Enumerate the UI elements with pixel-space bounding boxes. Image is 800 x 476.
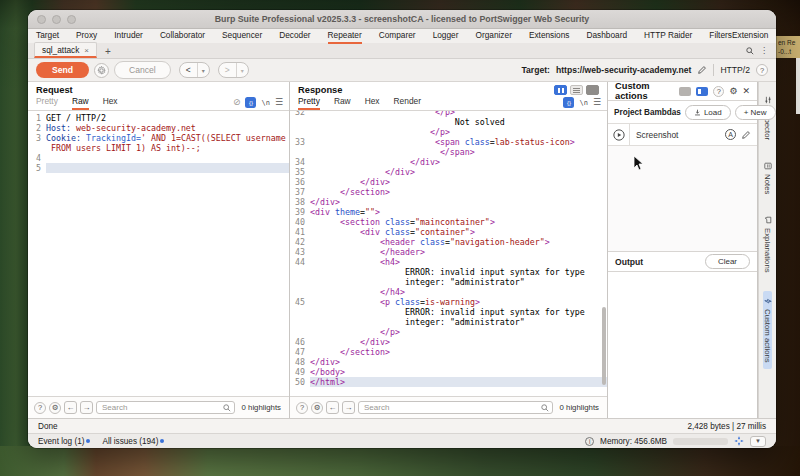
back-history-dropdown-icon[interactable]: ▾ [197, 63, 209, 77]
code-row[interactable]: 36 </div> [290, 177, 607, 187]
menu-item-proxy[interactable]: Proxy [76, 29, 97, 44]
all-issues-button[interactable]: All issues (194) [102, 437, 158, 446]
edit-target-pencil-icon[interactable] [697, 65, 707, 75]
code-row[interactable]: 46 </div> [290, 337, 607, 347]
code-row[interactable]: 4 [32, 153, 289, 163]
show-nonprinting-icon[interactable]: \n [579, 99, 587, 107]
layout-single-icon[interactable] [586, 85, 599, 95]
clear-output-button[interactable]: Clear [705, 254, 750, 269]
response-scrollbar[interactable] [602, 307, 606, 385]
request-tab-raw[interactable]: Raw [72, 96, 89, 110]
code-row[interactable]: 33 <span class=lab-status-icon> [290, 137, 607, 147]
menu-item-http-raider[interactable]: HTTP Raider [644, 29, 692, 44]
send-button[interactable]: Send [36, 62, 89, 78]
code-row[interactable]: 35 </div> [290, 167, 607, 177]
code-row[interactable]: 37 </section> [290, 187, 607, 197]
response-tab-pretty[interactable]: Pretty [298, 96, 320, 110]
code-row[interactable]: 44 <h4> [290, 257, 607, 267]
sidebar-tab-explanations[interactable]: Explanations [763, 212, 772, 277]
response-search-input[interactable] [358, 401, 553, 414]
editor-menu-icon[interactable]: ☰ [593, 98, 601, 107]
auto-run-icon[interactable]: A [725, 129, 736, 140]
code-row[interactable]: 5 [32, 163, 289, 173]
menu-item-organizer[interactable]: Organizer [475, 29, 511, 44]
editor-menu-icon[interactable]: ☰ [275, 98, 283, 107]
request-tab-hex[interactable]: Hex [103, 96, 118, 110]
code-row[interactable]: FROM users LIMIT 1) AS int)--; [32, 143, 289, 153]
help-icon[interactable]: ? [713, 86, 724, 97]
menu-item-sequencer[interactable]: Sequencer [222, 29, 262, 44]
search-help-icon[interactable]: ? [296, 402, 308, 414]
show-nonprinting-icon[interactable]: \n [261, 99, 269, 107]
code-row[interactable]: 34 </div> [290, 157, 607, 167]
sidebar-tab-notes[interactable]: Notes [763, 158, 772, 198]
code-row[interactable]: 2Host: web-security-academy.net [32, 123, 289, 133]
protocol-label[interactable]: HTTP/2 [720, 65, 750, 75]
code-row[interactable]: 3Cookie: TrackingId=' AND 1=CAST((SELECT… [32, 133, 289, 143]
search-settings-icon[interactable]: ⚙ [49, 402, 61, 414]
code-row[interactable]: 47 </section> [290, 347, 607, 357]
code-row[interactable]: ERROR: invalid input syntax for type [290, 267, 607, 277]
menu-item-logger[interactable]: Logger [433, 29, 459, 44]
send-settings-button[interactable] [94, 63, 109, 78]
code-row[interactable]: 38</div> [290, 197, 607, 207]
search-settings-icon[interactable]: ⚙ [311, 402, 323, 414]
code-row[interactable]: </p> [290, 327, 607, 337]
load-button[interactable]: Load [685, 105, 731, 120]
search-prev-button[interactable]: ← [64, 401, 77, 414]
syntax-highlight-icon[interactable]: {} [563, 97, 574, 108]
menu-item-target[interactable]: Target [36, 29, 59, 44]
event-log-button[interactable]: Event log (1) [38, 437, 84, 446]
garbage-collect-icon[interactable] [734, 436, 744, 446]
response-editor[interactable]: 32 </p> Not solved </p>33 <span class=la… [290, 111, 607, 396]
code-row[interactable]: Not solved [290, 117, 607, 127]
sidebar-tab-custom-actions[interactable]: Custom actions [763, 291, 772, 369]
run-action-cell[interactable] [608, 124, 630, 145]
code-row[interactable]: 42 <header class="navigation-header"> [290, 237, 607, 247]
code-row[interactable]: integer: "administrator" [290, 317, 607, 327]
code-row[interactable]: integer: "administrator" [290, 277, 607, 287]
request-search-input[interactable] [96, 401, 235, 414]
response-tab-raw[interactable]: Raw [334, 96, 351, 110]
code-row[interactable]: 50</html> [290, 377, 607, 387]
menu-item-extensions[interactable]: Extensions [529, 29, 570, 44]
request-editor[interactable]: 1GET / HTTP/22Host: web-security-academy… [28, 111, 289, 396]
code-row[interactable]: 39<div theme=""> [290, 207, 607, 217]
menu-item-repeater[interactable]: Repeater [328, 29, 362, 44]
code-row[interactable]: 49</body> [290, 367, 607, 377]
help-icon[interactable]: ? [756, 64, 768, 76]
code-row[interactable]: </span> [290, 147, 607, 157]
add-tab-button[interactable]: + [105, 46, 111, 58]
code-row[interactable]: 1GET / HTTP/2 [32, 113, 289, 123]
code-row[interactable]: </h4> [290, 287, 607, 297]
response-tab-render[interactable]: Render [394, 96, 421, 110]
code-row[interactable]: 40 <section class="maincontainer"> [290, 217, 607, 227]
code-row[interactable]: </p> [290, 127, 607, 137]
new-bambda-button[interactable]: + New [735, 105, 776, 120]
edit-pencil-icon[interactable] [741, 130, 751, 140]
code-row[interactable]: ERROR: invalid input syntax for type [290, 307, 607, 317]
search-help-icon[interactable]: ? [34, 402, 46, 414]
search-prev-button[interactable]: ← [326, 401, 339, 414]
gear-icon[interactable]: ⚙ [729, 86, 737, 96]
menu-item-filtersextension[interactable]: FiltersExtension [709, 29, 768, 44]
expand-status-chevron-icon[interactable]: ▼ [750, 436, 766, 447]
search-tabs-icon[interactable] [746, 47, 754, 55]
repeater-tab-sql-attack[interactable]: sql_attack × [34, 42, 97, 58]
forward-history-button[interactable]: > ▾ [218, 62, 249, 78]
menu-item-intruder[interactable]: Intruder [114, 29, 143, 44]
code-row[interactable]: 41 <div class="container"> [290, 227, 607, 237]
request-tab-pretty[interactable]: Pretty [36, 96, 58, 110]
response-tab-hex[interactable]: Hex [365, 96, 380, 110]
layout-columns-icon[interactable] [554, 85, 567, 95]
info-icon[interactable]: i [585, 437, 594, 446]
menu-item-collaborator[interactable]: Collaborator [160, 29, 205, 44]
forward-history-dropdown-icon[interactable]: ▾ [236, 63, 248, 77]
code-row[interactable]: 43 </header> [290, 247, 607, 257]
close-panel-icon[interactable]: ✕ [742, 86, 750, 96]
tab-overflow-menu-icon[interactable]: ⋮ [760, 46, 768, 55]
close-tab-icon[interactable]: × [84, 46, 89, 55]
search-next-button[interactable]: → [342, 401, 355, 414]
menu-item-comparer[interactable]: Comparer [379, 29, 416, 44]
syntax-highlight-icon[interactable]: {} [245, 97, 256, 108]
